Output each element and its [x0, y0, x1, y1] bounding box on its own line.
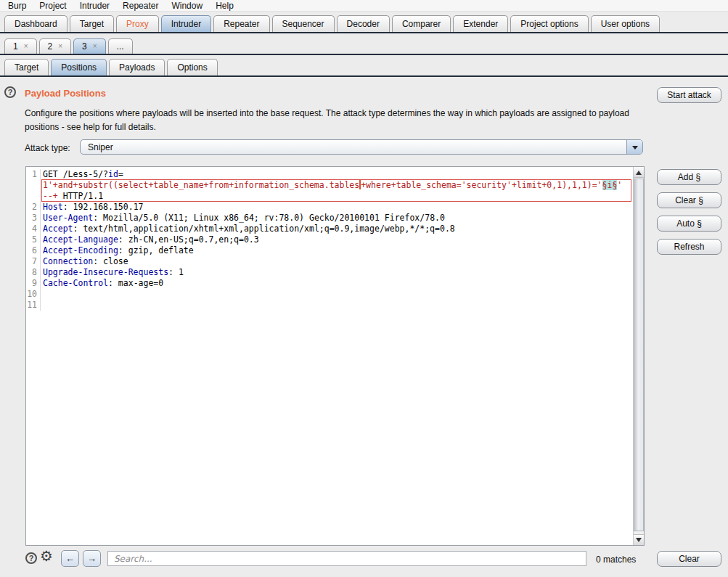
tab-target[interactable]: Target [4, 59, 49, 75]
clear-search-button[interactable]: Clear [657, 551, 721, 567]
line-number: 7 [26, 256, 41, 267]
code-segment: Connection [43, 256, 93, 266]
editor-scrollbar[interactable] [633, 167, 644, 545]
request-line-text: Accept-Language: zh-CN,en-US;q=0.7,en;q=… [43, 234, 259, 245]
line-number: 11 [26, 300, 41, 311]
main-tab-user-options[interactable]: User options [591, 15, 660, 32]
main-tab-extender[interactable]: Extender [453, 15, 508, 32]
main-tab-decoder[interactable]: Decoder [337, 15, 390, 32]
marker-button-column: Add §Clear §Auto §Refresh [657, 169, 721, 255]
attack-tab-1[interactable]: 1× [4, 38, 37, 54]
request-line-text: Accept-Encoding: gzip, deflate [43, 245, 194, 256]
main-tab-label: Extender [463, 19, 498, 29]
tab-positions[interactable]: Positions [51, 59, 107, 75]
main-tab-sequencer[interactable]: Sequencer [272, 15, 335, 32]
request-line: 7Connection: close [26, 256, 633, 267]
main-tab-project-options[interactable]: Project options [510, 15, 588, 32]
main-tab-label: Target [80, 19, 104, 29]
line-number: 4 [26, 224, 41, 234]
auto-markers-button[interactable]: Auto § [657, 216, 721, 232]
request-line: 11 [26, 300, 633, 311]
main-tab-label: Decoder [347, 19, 380, 29]
start-attack-button[interactable]: Start attack [657, 87, 721, 103]
attack-type-select[interactable]: Sniper [80, 139, 643, 155]
menu-bar: BurpProjectIntruderRepeaterWindowHelp [0, 0, 728, 12]
code-segment: : 1 [168, 267, 184, 277]
tab-label: Target [15, 62, 38, 73]
scroll-down-icon[interactable] [634, 534, 644, 545]
code-segment: Accept [43, 224, 73, 234]
clear-markers-button[interactable]: Clear § [657, 192, 721, 208]
scroll-up-icon[interactable] [634, 167, 644, 178]
attack-tab-label: ... [117, 41, 124, 52]
main-tab-label: Comparer [402, 19, 441, 29]
line-number: 6 [26, 245, 41, 256]
attack-type-label: Attack type: [25, 143, 70, 153]
close-tab-icon[interactable]: × [93, 43, 97, 50]
code-segment: GET /Less-5/? [43, 169, 108, 179]
line-number [26, 191, 41, 202]
attack-tab-label: 3 [82, 41, 87, 52]
code-segment: : gzip, deflate [118, 245, 194, 255]
menu-burp[interactable]: Burp [1, 1, 33, 11]
menu-intruder[interactable]: Intruder [73, 1, 116, 11]
search-help-icon[interactable]: ? [25, 552, 37, 564]
attack-tab-more[interactable]: ... [108, 38, 133, 54]
search-input[interactable] [107, 551, 586, 566]
code-segment: : 192.168.150.17 [63, 202, 144, 212]
code-segment: Host [43, 202, 63, 212]
line-number: 1 [26, 169, 41, 180]
request-text[interactable]: 1GET /Less-5/?id=1'+and+substr((select+t… [26, 167, 633, 545]
menu-repeater[interactable]: Repeater [116, 1, 165, 11]
attack-tab-2[interactable]: 2× [39, 38, 72, 54]
code-segment: Accept-Language [43, 234, 118, 245]
request-line-text: Cache-Control: max-age=0 [43, 278, 163, 289]
main-tab-dashboard[interactable]: Dashboard [4, 15, 68, 32]
close-tab-icon[interactable]: × [58, 43, 62, 50]
line-number: 9 [26, 278, 41, 289]
menu-window[interactable]: Window [165, 1, 209, 11]
request-line-text: --+ HTTP/1.1 [43, 191, 103, 202]
next-match-button[interactable]: → [83, 550, 101, 567]
request-line: 8Upgrade-Insecure-Requests: 1 [26, 267, 633, 278]
code-segment: Upgrade-Insecure-Requests [43, 267, 168, 277]
code-segment: +where+table_schema='security'+limit+0,1… [361, 180, 602, 190]
code-segment: HTTP/1.1 [58, 191, 103, 201]
code-segment: : max-age=0 [108, 278, 163, 288]
main-tab-target[interactable]: Target [70, 15, 114, 32]
main-tab-proxy[interactable]: Proxy [116, 15, 159, 32]
menu-project[interactable]: Project [33, 1, 73, 11]
code-segment: ' [617, 180, 622, 190]
tab-options[interactable]: Options [167, 59, 217, 75]
help-icon[interactable]: ? [4, 86, 16, 98]
add-marker-button[interactable]: Add § [657, 169, 721, 185]
request-line: 1GET /Less-5/?id= [26, 169, 633, 180]
attack-tab-3[interactable]: 3× [73, 38, 106, 54]
main-tab-bar: DashboardTargetProxyIntruderRepeaterSequ… [0, 12, 728, 33]
request-line: 6Accept-Encoding: gzip, deflate [26, 245, 633, 256]
line-number: 3 [26, 213, 41, 224]
line-number: 2 [26, 202, 41, 213]
code-segment: : close [93, 256, 128, 266]
previous-match-button[interactable]: ← [61, 550, 79, 567]
positions-tab-bar: TargetPositionsPayloadsOptions [0, 58, 728, 77]
request-line-text: Host: 192.168.150.17 [43, 202, 143, 213]
main-tab-repeater[interactable]: Repeater [213, 15, 269, 32]
chevron-down-icon[interactable] [626, 140, 642, 154]
close-tab-icon[interactable]: × [24, 43, 28, 50]
menu-help[interactable]: Help [209, 1, 240, 11]
gear-icon[interactable]: ⚙ [40, 549, 53, 563]
payload-marker: §i§ [602, 180, 618, 190]
request-editor[interactable]: 1GET /Less-5/?id=1'+and+substr((select+t… [25, 166, 645, 546]
scrollbar-thumb[interactable] [634, 179, 644, 531]
main-tab-comparer[interactable]: Comparer [392, 15, 451, 32]
code-segment: Cache-Control [43, 278, 108, 288]
match-count: 0 matches [596, 555, 636, 565]
refresh-button[interactable]: Refresh [657, 239, 721, 255]
line-number: 5 [26, 234, 41, 245]
main-tab-label: Sequencer [282, 19, 324, 29]
tab-payloads[interactable]: Payloads [109, 59, 165, 75]
attack-tab-label: 2 [48, 41, 53, 52]
main-tab-intruder[interactable]: Intruder [161, 15, 211, 32]
request-line: 4Accept: text/html,application/xhtml+xml… [26, 224, 633, 234]
